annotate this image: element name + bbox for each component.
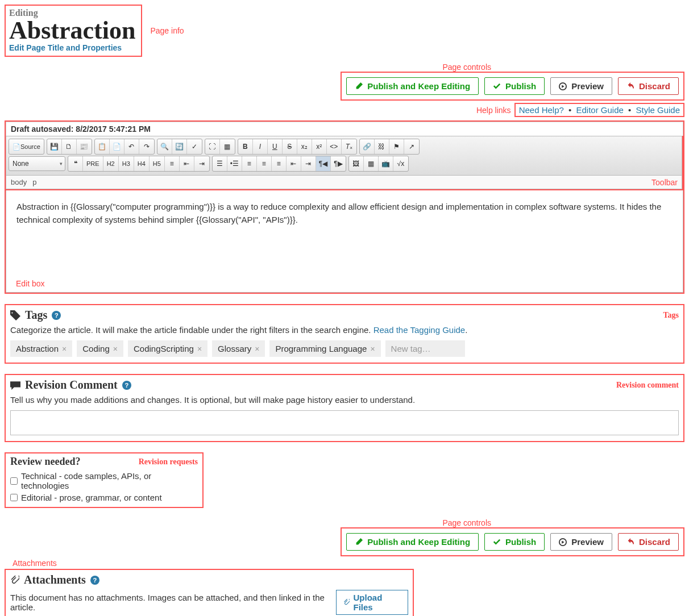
bullet-list-icon[interactable]: •☰ [227, 156, 242, 171]
remove-tag-icon[interactable]: × [62, 344, 67, 353]
help-icon[interactable]: ? [90, 576, 99, 585]
align-right-icon[interactable]: ≡ [272, 156, 287, 171]
editorial-review-checkbox[interactable] [10, 494, 18, 501]
discard-button[interactable]: Discard [618, 77, 679, 95]
publish-button[interactable]: Publish [484, 533, 545, 551]
remove-tag-icon[interactable]: × [370, 344, 375, 353]
tags-heading: Tags [25, 309, 47, 322]
element-path: body p [6, 176, 682, 189]
code-icon[interactable]: <> [327, 139, 342, 154]
undo-icon[interactable]: ↶ [124, 139, 139, 154]
style-guide-link[interactable]: Style Guide [636, 105, 680, 115]
media-icon[interactable]: 📺 [379, 156, 393, 171]
source-button[interactable]: 📄 Source [9, 139, 44, 154]
help-icon[interactable]: ? [52, 311, 61, 320]
edit-title-properties-link[interactable]: Edit Page Title and Properties [9, 43, 135, 52]
revision-comment-block: Revision Comment ? Revision comment Tell… [5, 374, 684, 442]
remove-tag-icon[interactable]: × [197, 344, 202, 353]
rtl-icon[interactable]: ¶◀ [316, 156, 331, 171]
align-left-icon[interactable]: ≡ [242, 156, 257, 171]
image-icon[interactable]: 🖼 [349, 156, 364, 171]
save-icon[interactable]: 💾 [47, 139, 62, 154]
math-icon[interactable]: √x [393, 156, 408, 171]
tag-item[interactable]: CodingScripting× [128, 340, 207, 357]
paperclip-icon [343, 599, 350, 606]
spellcheck-icon[interactable]: ✓ [187, 139, 202, 154]
annotation-review: Revision requests [139, 457, 198, 467]
undo-icon [626, 82, 634, 90]
find-icon[interactable]: 🔍 [157, 139, 172, 154]
review-block: Review needed? Revision requests Technic… [5, 452, 204, 508]
subscript-icon[interactable]: x₂ [297, 139, 312, 154]
remove-tag-icon[interactable]: × [113, 344, 118, 353]
need-help-link[interactable]: Need Help? [519, 105, 564, 115]
remove-tag-icon[interactable]: × [255, 344, 259, 353]
link-icon[interactable]: 🔗 [360, 139, 375, 154]
italic-icon[interactable]: I [253, 139, 268, 154]
redirect-icon[interactable]: ↗ [404, 139, 419, 154]
syntax-icon[interactable]: ≡ [165, 156, 180, 171]
table-icon[interactable]: ▦ [364, 156, 379, 171]
preview-button[interactable]: Preview [550, 533, 612, 551]
pencil-icon [355, 82, 363, 90]
edit-textarea[interactable]: Abstraction in {{Glossary("computer prog… [6, 190, 683, 293]
undo-icon [626, 538, 634, 546]
ltr-icon[interactable]: ¶▶ [331, 156, 346, 171]
path-p[interactable]: p [32, 178, 36, 186]
play-circle-icon [559, 82, 567, 90]
toolbar: 📄 Source 💾 🗋 📰 📋 📄 ↶ ↷ 🔍 🔄 ✓ [6, 136, 682, 176]
tag-item[interactable]: Programming Language× [269, 340, 380, 357]
h3-button[interactable]: H3 [119, 156, 134, 171]
annotation-toolbar: Toolbar [651, 178, 678, 187]
h5-button[interactable]: H5 [150, 156, 165, 171]
copy-icon[interactable]: 📋 [95, 139, 110, 154]
outdent-icon[interactable]: ⇤ [287, 156, 301, 171]
underline-icon[interactable]: U [268, 139, 283, 154]
revision-comment-input[interactable] [10, 410, 679, 435]
h4-button[interactable]: H4 [134, 156, 150, 171]
autosave-status: Draft autosaved: 8/2/2017 5:47:21 PM [6, 122, 683, 136]
editor-guide-link[interactable]: Editor Guide [576, 105, 623, 115]
annotation-attachments: Attachments [13, 559, 684, 568]
publish-button[interactable]: Publish [484, 77, 545, 95]
publish-keep-editing-button[interactable]: Publish and Keep Editing [346, 77, 479, 95]
format-select[interactable]: None [9, 156, 65, 171]
outdent-block-icon[interactable]: ⇤ [180, 156, 194, 171]
preview-icon[interactable]: 📰 [77, 139, 92, 154]
tag-item[interactable]: Abstraction× [10, 340, 72, 357]
page-controls-bottom: Publish and Keep Editing Publish Preview… [341, 527, 684, 556]
tag-item[interactable]: Glossary× [212, 340, 265, 357]
preview-button[interactable]: Preview [550, 77, 612, 95]
maximize-icon[interactable]: ⛶ [205, 139, 220, 154]
technical-review-checkbox[interactable] [10, 477, 18, 485]
blocks-icon[interactable]: ▦ [220, 139, 235, 154]
paste-icon[interactable]: 📄 [110, 139, 124, 154]
blockquote-icon[interactable]: ❝ [68, 156, 83, 171]
new-page-icon[interactable]: 🗋 [62, 139, 77, 154]
annotation-page-controls: Page controls [442, 63, 491, 72]
tag-item[interactable]: Coding× [77, 340, 123, 357]
path-body[interactable]: body [11, 178, 27, 186]
help-icon[interactable]: ? [122, 381, 131, 390]
remove-format-icon[interactable]: Tₓ [342, 139, 356, 154]
indent-icon[interactable]: ⇥ [301, 156, 316, 171]
pre-button[interactable]: PRE [83, 156, 103, 171]
indent-block-icon[interactable]: ⇥ [194, 156, 209, 171]
discard-button[interactable]: Discard [618, 533, 679, 551]
bold-icon[interactable]: B [238, 139, 253, 154]
upload-files-button[interactable]: Upload Files [336, 590, 408, 615]
replace-icon[interactable]: 🔄 [172, 139, 187, 154]
publish-keep-editing-button[interactable]: Publish and Keep Editing [346, 533, 479, 551]
check-icon [493, 538, 501, 546]
pencil-icon [355, 538, 363, 546]
redo-icon[interactable]: ↷ [139, 139, 154, 154]
align-center-icon[interactable]: ≡ [257, 156, 272, 171]
numbered-list-icon[interactable]: ☰ [213, 156, 227, 171]
tagging-guide-link[interactable]: Read the Tagging Guide [373, 325, 466, 335]
superscript-icon[interactable]: x² [312, 139, 327, 154]
strike-icon[interactable]: S [283, 139, 297, 154]
unlink-icon[interactable]: ⛓ [375, 139, 389, 154]
h2-button[interactable]: H2 [103, 156, 119, 171]
anchor-icon[interactable]: ⚑ [389, 139, 404, 154]
new-tag-input[interactable]: New tag… [385, 340, 465, 357]
